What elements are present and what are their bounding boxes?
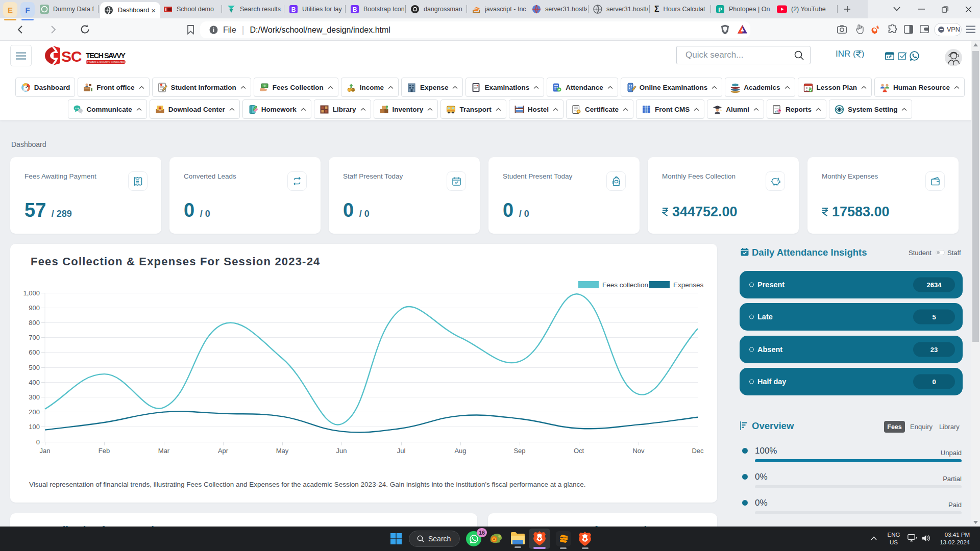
- svg-text:Sep: Sep: [513, 447, 525, 455]
- svg-text:SOFTWARE & SECURITY CONSULTANC: SOFTWARE & SECURITY CONSULTANCY: [84, 61, 127, 63]
- svg-text:SC: SC: [61, 48, 82, 65]
- svg-text:100: 100: [29, 423, 40, 431]
- svg-text:Jul: Jul: [397, 447, 406, 455]
- svg-text:Mar: Mar: [158, 447, 170, 455]
- svg-text:Apr: Apr: [218, 447, 229, 455]
- svg-text:Dec: Dec: [692, 447, 704, 455]
- svg-text:Fees collection: Fees collection: [602, 281, 648, 289]
- svg-text:800: 800: [29, 319, 40, 327]
- svg-text:Jun: Jun: [336, 447, 347, 455]
- svg-text:Feb: Feb: [99, 447, 110, 455]
- svg-text:Nov: Nov: [632, 447, 645, 455]
- svg-text:May: May: [276, 447, 289, 455]
- svg-text:TECH SAVVY: TECH SAVVY: [86, 52, 126, 60]
- svg-text:Oct: Oct: [574, 447, 584, 455]
- svg-text:P: P: [718, 7, 722, 13]
- svg-text:$: $: [352, 88, 354, 92]
- svg-text:B: B: [353, 6, 357, 13]
- svg-text:900: 900: [29, 304, 40, 312]
- svg-text:600: 600: [29, 348, 40, 356]
- svg-text:200: 200: [29, 408, 40, 416]
- svg-text:B: B: [291, 6, 296, 13]
- svg-text:700: 700: [29, 334, 40, 341]
- svg-text:Aug: Aug: [454, 447, 466, 455]
- svg-text:500: 500: [29, 364, 40, 371]
- svg-text:Jan: Jan: [40, 447, 51, 455]
- svg-text:1,000: 1,000: [23, 289, 40, 297]
- svg-text:Expenses: Expenses: [673, 281, 704, 289]
- svg-text:300: 300: [29, 393, 40, 401]
- svg-text:0: 0: [36, 438, 40, 446]
- svg-text:400: 400: [29, 379, 40, 386]
